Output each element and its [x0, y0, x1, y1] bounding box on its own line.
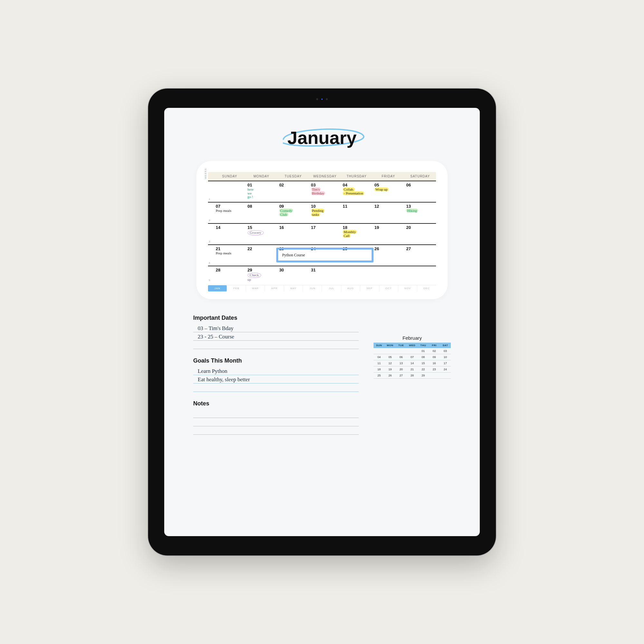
- calendar-day-cell[interactable]: 13Hiking: [404, 203, 436, 223]
- writing-line[interactable]: [193, 341, 359, 349]
- next-month-mini-calendar[interactable]: February SUNMONTUEWEDTHUFRISAT ....01020…: [374, 335, 451, 443]
- day-number: 14: [216, 225, 244, 230]
- mini-day-cell[interactable]: 19: [384, 366, 395, 372]
- calendar-day-cell[interactable]: 05Wrap up: [373, 181, 404, 202]
- month-strip-item[interactable]: MAR: [246, 285, 265, 291]
- calendar-day-cell[interactable]: 21Prep meals: [214, 245, 246, 266]
- month-strip-item[interactable]: NOV: [398, 285, 417, 291]
- calendar-day-cell[interactable]: 30: [277, 266, 309, 283]
- mini-day-cell[interactable]: 01: [418, 348, 429, 354]
- writing-line[interactable]: 03 – Tim's Bday: [193, 324, 359, 332]
- week-number: 3: [208, 240, 214, 244]
- calendar-day-cell[interactable]: 20: [404, 224, 436, 244]
- calendar-day-cell[interactable]: 18MonthlyCall: [341, 224, 373, 244]
- mini-day-header: TUE: [396, 343, 407, 348]
- mini-day-cell[interactable]: 15: [418, 360, 429, 366]
- calendar-day-cell[interactable]: 28: [214, 266, 246, 283]
- writing-line[interactable]: [193, 426, 359, 435]
- calendar-day-cell[interactable]: 16: [277, 224, 309, 244]
- mini-day-cell[interactable]: 10: [440, 354, 451, 360]
- calendar-day-cell[interactable]: 22: [246, 245, 278, 266]
- calendar-day-header: MONDAY: [246, 172, 278, 181]
- day-number: 02: [279, 183, 307, 187]
- mini-day-cell[interactable]: 27: [396, 373, 407, 378]
- month-strip-item[interactable]: JUN: [303, 285, 322, 291]
- calendar-day-cell[interactable]: 02: [277, 181, 309, 202]
- day-annotation: Checkup: [248, 273, 276, 281]
- mini-day-cell[interactable]: 20: [396, 366, 407, 372]
- day-annotation: Collab.- Presentation: [343, 188, 371, 195]
- writing-line[interactable]: Eat healthy, sleep better: [193, 375, 359, 384]
- calendar-day-cell[interactable]: 09ComedyClub: [277, 203, 309, 223]
- calendar-day-cell[interactable]: [404, 266, 436, 283]
- calendar-body[interactable]: 101herewego !0203Tim'sBirthday04Collab.-…: [208, 181, 436, 283]
- month-strip[interactable]: JANFEBMARAPRMAYJUNJULAUGSEPOCTNOVDEC: [208, 285, 436, 291]
- calendar-day-cell[interactable]: 17: [309, 224, 341, 244]
- calendar-day-cell[interactable]: 01herewego !: [246, 181, 278, 202]
- calendar-day-cell[interactable]: [341, 266, 373, 283]
- calendar-day-cell[interactable]: 25: [341, 245, 373, 266]
- calendar-day-cell[interactable]: 04Collab.- Presentation: [341, 181, 373, 202]
- month-strip-item[interactable]: SEP: [360, 285, 379, 291]
- month-strip-item[interactable]: OCT: [379, 285, 398, 291]
- mini-day-cell[interactable]: 29: [418, 373, 429, 378]
- mini-day-cell[interactable]: 04: [374, 354, 384, 360]
- writing-line[interactable]: 23 - 25 – Course: [193, 332, 359, 341]
- writing-line[interactable]: Learn Python: [193, 367, 359, 375]
- calendar-day-cell[interactable]: [214, 181, 246, 202]
- calendar-day-cell[interactable]: [373, 266, 404, 283]
- day-annotation: Grocery: [248, 230, 276, 235]
- mini-day-cell[interactable]: 28: [407, 373, 418, 378]
- month-strip-item[interactable]: AUG: [341, 285, 360, 291]
- calendar-day-cell[interactable]: 19: [373, 224, 404, 244]
- mini-day-cell[interactable]: 26: [384, 373, 395, 378]
- calendar-day-cell[interactable]: 14: [214, 224, 246, 244]
- goals-section: Goals This Month Learn PythonEat healthy…: [193, 357, 359, 392]
- mini-day-cell[interactable]: 07: [407, 354, 418, 360]
- mini-day-cell[interactable]: 13: [396, 360, 407, 366]
- calendar-day-cell[interactable]: 27: [404, 245, 436, 266]
- calendar-day-cell[interactable]: 24: [309, 245, 341, 266]
- writing-line[interactable]: [193, 410, 359, 418]
- calendar-day-cell[interactable]: 26: [373, 245, 404, 266]
- calendar-day-cell[interactable]: 31: [309, 266, 341, 283]
- mini-day-cell[interactable]: 05: [384, 354, 395, 360]
- calendar-day-cell[interactable]: 29Checkup: [246, 266, 278, 283]
- month-strip-item[interactable]: DEC: [417, 285, 436, 291]
- calendar-day-cell[interactable]: 23: [277, 245, 309, 266]
- mini-day-cell[interactable]: 14: [407, 360, 418, 366]
- calendar-day-cell[interactable]: 10Pendingtasks: [309, 203, 341, 223]
- month-strip-item[interactable]: MAY: [284, 285, 303, 291]
- mini-day-cell[interactable]: 09: [429, 354, 440, 360]
- mini-day-cell[interactable]: 02: [429, 348, 440, 354]
- mini-day-cell[interactable]: 25: [374, 373, 384, 378]
- calendar-day-cell[interactable]: 08: [246, 203, 278, 223]
- mini-day-cell[interactable]: 03: [440, 348, 451, 354]
- calendar-day-cell[interactable]: 03Tim'sBirthday: [309, 181, 341, 202]
- mini-day-cell[interactable]: 21: [407, 366, 418, 372]
- day-number: 26: [374, 246, 403, 251]
- mini-calendar-title: February: [374, 335, 451, 341]
- calendar-day-cell[interactable]: 06: [404, 181, 436, 202]
- month-strip-item[interactable]: APR: [265, 285, 284, 291]
- calendar-day-cell[interactable]: 12: [373, 203, 404, 223]
- calendar-day-cell[interactable]: 11: [341, 203, 373, 223]
- mini-day-cell[interactable]: 06: [396, 354, 407, 360]
- month-strip-item[interactable]: JAN: [208, 285, 227, 291]
- mini-day-cell[interactable]: 23: [429, 366, 440, 372]
- mini-day-cell[interactable]: 11: [374, 360, 384, 366]
- month-strip-item[interactable]: FEB: [227, 285, 246, 291]
- calendar-day-cell[interactable]: 07Prep meals: [214, 203, 246, 223]
- mini-day-cell[interactable]: 22: [418, 366, 429, 372]
- calendar-day-cell[interactable]: 15Grocery: [246, 224, 278, 244]
- month-strip-item[interactable]: JUL: [322, 285, 341, 291]
- mini-day-cell[interactable]: 24: [440, 366, 451, 372]
- writing-line[interactable]: [193, 418, 359, 426]
- calendar-day-header: SATURDAY: [404, 172, 436, 181]
- mini-day-cell[interactable]: 18: [374, 366, 384, 372]
- mini-day-cell[interactable]: 12: [384, 360, 395, 366]
- mini-day-cell[interactable]: 17: [440, 360, 451, 366]
- mini-day-cell[interactable]: 16: [429, 360, 440, 366]
- mini-day-cell[interactable]: 08: [418, 354, 429, 360]
- writing-line[interactable]: [193, 384, 359, 392]
